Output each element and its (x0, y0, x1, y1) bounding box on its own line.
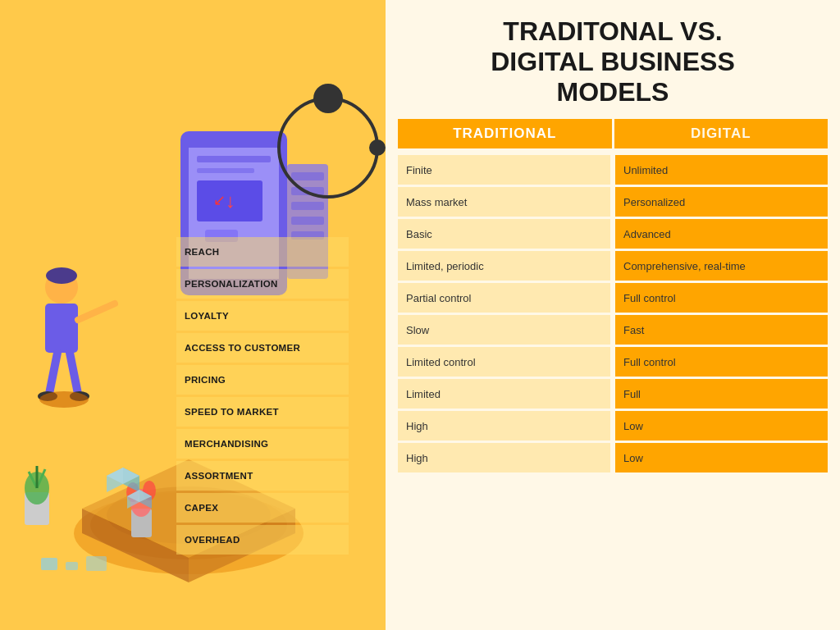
cell-traditional-2: Basic (398, 219, 610, 249)
cell-traditional-0: Finite (398, 155, 610, 185)
cell-digital-0: Unlimited (615, 155, 828, 185)
cell-traditional-1: Mass market (398, 187, 610, 217)
row-label-9: OVERHEAD (176, 525, 349, 555)
title-line1: TRADITONAL VS. (503, 16, 722, 46)
cell-digital-7: Full (615, 379, 828, 409)
cell-traditional-9: High (398, 443, 610, 472)
table-row: LimitedFull (398, 379, 828, 409)
svg-rect-26 (45, 304, 78, 353)
traditional-header: TRADITIONAL (398, 119, 612, 148)
cell-traditional-8: High (398, 411, 610, 441)
comparison-table: FiniteUnlimitedMass marketPersonalizedBa… (398, 155, 828, 622)
main-title: TRADITONAL VS. DIGITAL BUSINESS MODELS (398, 16, 828, 107)
cell-digital-4: Full control (615, 283, 828, 313)
cell-digital-3: Comprehensive, real-time (615, 251, 828, 281)
table-row: HighLow (398, 443, 828, 472)
svg-text:↙: ↙ (213, 192, 226, 208)
right-panel: TRADITONAL VS. DIGITAL BUSINESS MODELS T… (386, 0, 840, 630)
svg-rect-42 (41, 558, 57, 570)
svg-rect-9 (197, 156, 271, 162)
row-label-5: SPEED TO MARKET (176, 397, 349, 427)
title-area: TRADITONAL VS. DIGITAL BUSINESS MODELS (398, 16, 828, 107)
digital-header: DIGITAL (614, 119, 829, 148)
svg-rect-10 (197, 168, 254, 173)
table-row: BasicAdvanced (398, 219, 828, 249)
table-row: Partial controlFull control (398, 283, 828, 313)
cell-traditional-7: Limited (398, 379, 610, 409)
table-row: Limited, periodicComprehensive, real-tim… (398, 251, 828, 281)
svg-rect-44 (86, 556, 107, 571)
title-line3: MODELS (557, 77, 669, 107)
row-labels-overlay: REACHPERSONALIZATIONLOYALTYACCESS TO CUS… (176, 237, 349, 555)
table-row: HighLow (398, 411, 828, 441)
cell-traditional-4: Partial control (398, 283, 610, 313)
row-label-7: ASSORTMENT (176, 461, 349, 491)
table-row: Limited controlFull control (398, 347, 828, 377)
cell-digital-9: Low (615, 443, 828, 472)
row-label-4: PRICING (176, 365, 349, 395)
main-container: ↓ ↙ (0, 0, 840, 630)
cell-traditional-5: Slow (398, 315, 610, 345)
left-panel: ↓ ↙ (0, 0, 386, 630)
cell-traditional-3: Limited, periodic (398, 251, 610, 281)
svg-point-25 (46, 267, 77, 284)
svg-rect-18 (291, 217, 324, 225)
cell-digital-8: Low (615, 411, 828, 441)
cell-digital-1: Personalized (615, 187, 828, 217)
svg-point-32 (39, 391, 89, 408)
svg-rect-15 (291, 172, 324, 180)
column-headers: TRADITIONAL DIGITAL (398, 119, 828, 148)
row-label-3: ACCESS TO CUSTOMER (176, 333, 349, 363)
row-label-2: LOYALTY (176, 301, 349, 331)
row-label-1: PERSONALIZATION (176, 269, 349, 299)
title-line2: DIGITAL BUSINESS (491, 47, 735, 76)
cell-digital-6: Full control (615, 347, 828, 377)
cell-traditional-6: Limited control (398, 347, 610, 377)
svg-text:↓: ↓ (226, 189, 235, 212)
cell-digital-2: Advanced (615, 219, 828, 249)
table-row: SlowFast (398, 315, 828, 345)
svg-rect-17 (291, 202, 324, 210)
table-row: Mass marketPersonalized (398, 187, 828, 217)
table-row: FiniteUnlimited (398, 155, 828, 185)
cell-digital-5: Fast (615, 315, 828, 345)
row-label-0: REACH (176, 237, 349, 267)
svg-point-23 (369, 139, 386, 156)
svg-point-22 (313, 84, 343, 113)
svg-rect-43 (66, 562, 78, 570)
row-label-8: CAPEX (176, 493, 349, 523)
row-label-6: MERCHANDISING (176, 429, 349, 459)
